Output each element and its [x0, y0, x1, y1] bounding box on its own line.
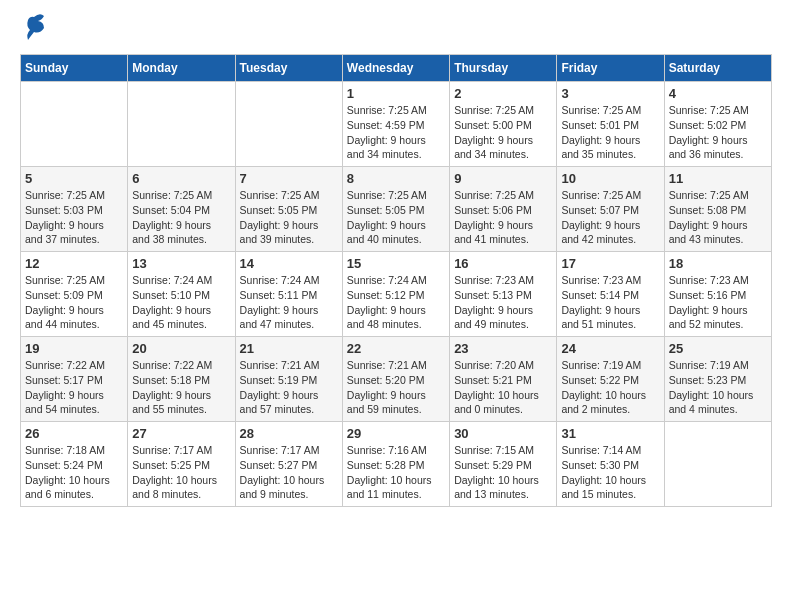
header-tuesday: Tuesday — [235, 55, 342, 82]
day-info: Sunrise: 7:17 AMSunset: 5:27 PMDaylight:… — [240, 443, 338, 502]
calendar-cell: 3Sunrise: 7:25 AMSunset: 5:01 PMDaylight… — [557, 82, 664, 167]
calendar-week-row: 12Sunrise: 7:25 AMSunset: 5:09 PMDayligh… — [21, 252, 772, 337]
day-number: 29 — [347, 426, 445, 441]
day-info: Sunrise: 7:23 AMSunset: 5:13 PMDaylight:… — [454, 273, 552, 332]
day-number: 16 — [454, 256, 552, 271]
day-info: Sunrise: 7:16 AMSunset: 5:28 PMDaylight:… — [347, 443, 445, 502]
header-monday: Monday — [128, 55, 235, 82]
day-number: 10 — [561, 171, 659, 186]
day-info: Sunrise: 7:15 AMSunset: 5:29 PMDaylight:… — [454, 443, 552, 502]
calendar-week-row: 5Sunrise: 7:25 AMSunset: 5:03 PMDaylight… — [21, 167, 772, 252]
day-info: Sunrise: 7:24 AMSunset: 5:10 PMDaylight:… — [132, 273, 230, 332]
day-info: Sunrise: 7:24 AMSunset: 5:11 PMDaylight:… — [240, 273, 338, 332]
calendar-cell: 14Sunrise: 7:24 AMSunset: 5:11 PMDayligh… — [235, 252, 342, 337]
day-info: Sunrise: 7:25 AMSunset: 5:07 PMDaylight:… — [561, 188, 659, 247]
day-info: Sunrise: 7:25 AMSunset: 5:09 PMDaylight:… — [25, 273, 123, 332]
day-number: 19 — [25, 341, 123, 356]
calendar-cell: 26Sunrise: 7:18 AMSunset: 5:24 PMDayligh… — [21, 422, 128, 507]
calendar-cell: 18Sunrise: 7:23 AMSunset: 5:16 PMDayligh… — [664, 252, 771, 337]
header-sunday: Sunday — [21, 55, 128, 82]
calendar-cell: 22Sunrise: 7:21 AMSunset: 5:20 PMDayligh… — [342, 337, 449, 422]
day-info: Sunrise: 7:21 AMSunset: 5:20 PMDaylight:… — [347, 358, 445, 417]
day-info: Sunrise: 7:25 AMSunset: 5:05 PMDaylight:… — [347, 188, 445, 247]
day-info: Sunrise: 7:25 AMSunset: 5:02 PMDaylight:… — [669, 103, 767, 162]
calendar-cell: 29Sunrise: 7:16 AMSunset: 5:28 PMDayligh… — [342, 422, 449, 507]
day-number: 4 — [669, 86, 767, 101]
day-info: Sunrise: 7:14 AMSunset: 5:30 PMDaylight:… — [561, 443, 659, 502]
calendar-cell: 10Sunrise: 7:25 AMSunset: 5:07 PMDayligh… — [557, 167, 664, 252]
day-number: 12 — [25, 256, 123, 271]
day-info: Sunrise: 7:25 AMSunset: 5:01 PMDaylight:… — [561, 103, 659, 162]
day-number: 3 — [561, 86, 659, 101]
header-thursday: Thursday — [450, 55, 557, 82]
calendar-cell: 17Sunrise: 7:23 AMSunset: 5:14 PMDayligh… — [557, 252, 664, 337]
day-info: Sunrise: 7:20 AMSunset: 5:21 PMDaylight:… — [454, 358, 552, 417]
day-number: 14 — [240, 256, 338, 271]
calendar-header-row: SundayMondayTuesdayWednesdayThursdayFrid… — [21, 55, 772, 82]
calendar-cell: 20Sunrise: 7:22 AMSunset: 5:18 PMDayligh… — [128, 337, 235, 422]
calendar-cell: 12Sunrise: 7:25 AMSunset: 5:09 PMDayligh… — [21, 252, 128, 337]
calendar-cell: 25Sunrise: 7:19 AMSunset: 5:23 PMDayligh… — [664, 337, 771, 422]
day-info: Sunrise: 7:24 AMSunset: 5:12 PMDaylight:… — [347, 273, 445, 332]
day-info: Sunrise: 7:18 AMSunset: 5:24 PMDaylight:… — [25, 443, 123, 502]
calendar-cell: 16Sunrise: 7:23 AMSunset: 5:13 PMDayligh… — [450, 252, 557, 337]
calendar-cell: 7Sunrise: 7:25 AMSunset: 5:05 PMDaylight… — [235, 167, 342, 252]
calendar-cell: 2Sunrise: 7:25 AMSunset: 5:00 PMDaylight… — [450, 82, 557, 167]
day-number: 30 — [454, 426, 552, 441]
calendar-cell: 19Sunrise: 7:22 AMSunset: 5:17 PMDayligh… — [21, 337, 128, 422]
calendar-week-row: 19Sunrise: 7:22 AMSunset: 5:17 PMDayligh… — [21, 337, 772, 422]
calendar-cell: 23Sunrise: 7:20 AMSunset: 5:21 PMDayligh… — [450, 337, 557, 422]
calendar-cell: 21Sunrise: 7:21 AMSunset: 5:19 PMDayligh… — [235, 337, 342, 422]
day-info: Sunrise: 7:25 AMSunset: 5:00 PMDaylight:… — [454, 103, 552, 162]
day-info: Sunrise: 7:25 AMSunset: 5:04 PMDaylight:… — [132, 188, 230, 247]
calendar-week-row: 1Sunrise: 7:25 AMSunset: 4:59 PMDaylight… — [21, 82, 772, 167]
day-info: Sunrise: 7:22 AMSunset: 5:17 PMDaylight:… — [25, 358, 123, 417]
day-number: 15 — [347, 256, 445, 271]
day-number: 25 — [669, 341, 767, 356]
calendar-cell: 5Sunrise: 7:25 AMSunset: 5:03 PMDaylight… — [21, 167, 128, 252]
page-header — [20, 20, 772, 44]
day-info: Sunrise: 7:25 AMSunset: 4:59 PMDaylight:… — [347, 103, 445, 162]
calendar-cell — [664, 422, 771, 507]
day-info: Sunrise: 7:23 AMSunset: 5:14 PMDaylight:… — [561, 273, 659, 332]
calendar-cell: 15Sunrise: 7:24 AMSunset: 5:12 PMDayligh… — [342, 252, 449, 337]
day-number: 13 — [132, 256, 230, 271]
calendar-cell: 27Sunrise: 7:17 AMSunset: 5:25 PMDayligh… — [128, 422, 235, 507]
calendar-cell: 6Sunrise: 7:25 AMSunset: 5:04 PMDaylight… — [128, 167, 235, 252]
calendar-cell: 9Sunrise: 7:25 AMSunset: 5:06 PMDaylight… — [450, 167, 557, 252]
day-number: 27 — [132, 426, 230, 441]
day-info: Sunrise: 7:23 AMSunset: 5:16 PMDaylight:… — [669, 273, 767, 332]
day-number: 6 — [132, 171, 230, 186]
day-number: 11 — [669, 171, 767, 186]
header-wednesday: Wednesday — [342, 55, 449, 82]
day-info: Sunrise: 7:17 AMSunset: 5:25 PMDaylight:… — [132, 443, 230, 502]
logo — [20, 20, 46, 44]
day-number: 28 — [240, 426, 338, 441]
day-number: 24 — [561, 341, 659, 356]
day-info: Sunrise: 7:22 AMSunset: 5:18 PMDaylight:… — [132, 358, 230, 417]
logo-bird-icon — [24, 12, 46, 42]
day-info: Sunrise: 7:25 AMSunset: 5:03 PMDaylight:… — [25, 188, 123, 247]
calendar-cell — [128, 82, 235, 167]
calendar-cell: 11Sunrise: 7:25 AMSunset: 5:08 PMDayligh… — [664, 167, 771, 252]
calendar-cell: 4Sunrise: 7:25 AMSunset: 5:02 PMDaylight… — [664, 82, 771, 167]
day-info: Sunrise: 7:25 AMSunset: 5:05 PMDaylight:… — [240, 188, 338, 247]
day-number: 17 — [561, 256, 659, 271]
day-number: 7 — [240, 171, 338, 186]
day-info: Sunrise: 7:25 AMSunset: 5:06 PMDaylight:… — [454, 188, 552, 247]
day-info: Sunrise: 7:25 AMSunset: 5:08 PMDaylight:… — [669, 188, 767, 247]
calendar-cell: 30Sunrise: 7:15 AMSunset: 5:29 PMDayligh… — [450, 422, 557, 507]
day-info: Sunrise: 7:19 AMSunset: 5:22 PMDaylight:… — [561, 358, 659, 417]
header-saturday: Saturday — [664, 55, 771, 82]
day-number: 21 — [240, 341, 338, 356]
day-number: 22 — [347, 341, 445, 356]
day-number: 1 — [347, 86, 445, 101]
day-number: 9 — [454, 171, 552, 186]
day-number: 8 — [347, 171, 445, 186]
day-number: 20 — [132, 341, 230, 356]
calendar-cell: 8Sunrise: 7:25 AMSunset: 5:05 PMDaylight… — [342, 167, 449, 252]
calendar-cell: 28Sunrise: 7:17 AMSunset: 5:27 PMDayligh… — [235, 422, 342, 507]
calendar-cell — [235, 82, 342, 167]
calendar-cell: 1Sunrise: 7:25 AMSunset: 4:59 PMDaylight… — [342, 82, 449, 167]
calendar-cell: 13Sunrise: 7:24 AMSunset: 5:10 PMDayligh… — [128, 252, 235, 337]
